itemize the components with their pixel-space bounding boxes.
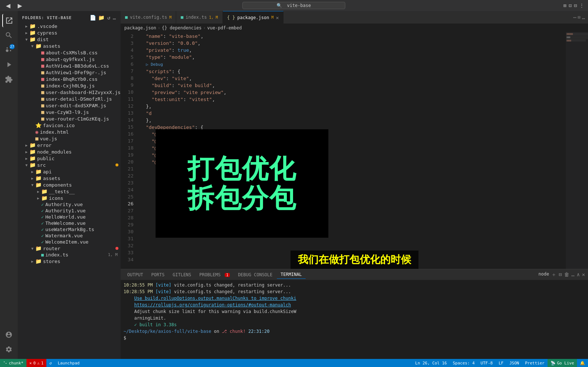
tree-item-index-css[interactable]: ▶ ■ index-BhqRcYb0.css bbox=[18, 76, 121, 82]
tree-item-router-index[interactable]: ▶ ■ index.ts 1, M bbox=[18, 252, 121, 258]
tree-label: HelloWorld.vue bbox=[45, 214, 121, 220]
tree-item-vscode[interactable]: ▶ 📁 .vscode bbox=[18, 23, 121, 29]
explorer-icon[interactable] bbox=[2, 14, 15, 27]
search-box[interactable]: 🔍 vite-base bbox=[242, 2, 345, 9]
collapse-icon[interactable]: … bbox=[113, 15, 116, 21]
chevron-up-icon[interactable]: ∧ bbox=[577, 271, 580, 278]
tree-item-vue[interactable]: ▶ ■ vue-CzyW3-l9.js bbox=[18, 109, 121, 115]
tree-item-udash[interactable]: ▶ ■ user-dashboard-HIZvyxxX.js bbox=[18, 89, 121, 96]
breadcrumb-item-key[interactable]: vue-pdf-embed bbox=[207, 25, 242, 30]
panel-tab-problems[interactable]: PROBLEMS 1 bbox=[196, 271, 234, 279]
tree-item-icons[interactable]: ▶ 📁 icons bbox=[18, 195, 121, 201]
tab-overflow-icon[interactable]: ⋯ bbox=[573, 14, 576, 20]
close-panel-icon[interactable]: ✕ bbox=[582, 271, 585, 278]
tree-item-indexhtml[interactable]: ▶ ◉ index.html bbox=[18, 129, 121, 135]
source-control-icon[interactable]: 27 bbox=[2, 43, 15, 57]
tab-package-json[interactable]: { } package.json M ✕ bbox=[223, 11, 284, 24]
tree-label: vue-CzyW3-l9.js bbox=[46, 109, 121, 115]
tree-label: icons bbox=[49, 195, 121, 201]
tree-item-router[interactable]: ▼ 📁 router bbox=[18, 245, 121, 252]
panel-tab-output[interactable]: OUTPUT bbox=[124, 271, 147, 279]
tree-item-authority-vue[interactable]: ▶ ✓ Authority.vue bbox=[18, 201, 121, 208]
extensions-icon[interactable] bbox=[2, 73, 15, 86]
tree-item-tests[interactable]: ▶ 📁 __tests__ bbox=[18, 188, 121, 195]
tree-item-cypress[interactable]: ▶ 📁 cypress bbox=[18, 29, 121, 36]
prettier-status[interactable]: Prettier bbox=[522, 359, 548, 367]
back-button[interactable]: ◀ bbox=[4, 1, 13, 10]
tab-index-ts[interactable]: ■ index.ts 1, M bbox=[176, 11, 222, 24]
tree-item-auth1js[interactable]: ▶ ■ AuthView1-DFef9gr-.js bbox=[18, 69, 121, 76]
tree-item-favicon[interactable]: ▶ ⭐ favicon.ico bbox=[18, 122, 121, 129]
tree-item-udetail[interactable]: ▶ ■ user-detail-DSmofzRl.js bbox=[18, 96, 121, 102]
tree-item-vue-router[interactable]: ▶ ■ vue-router-C1mGzKEq.js bbox=[18, 115, 121, 122]
panel-tab-debug-console[interactable]: DEBUG CONSOLE bbox=[234, 271, 276, 279]
tree-item-vuejs[interactable]: ▶ ■ vue.js bbox=[18, 135, 121, 142]
forward-button[interactable]: ▶ bbox=[15, 1, 24, 10]
tree-item-auth1css[interactable]: ▶ ■ AuthView1-BB3du6vL.css bbox=[18, 62, 121, 69]
refresh-icon[interactable]: ↺ bbox=[107, 15, 110, 21]
position-status[interactable]: Ln 26, Col 16 bbox=[412, 359, 450, 367]
tree-item-src[interactable]: ▼ 📁 src bbox=[18, 162, 121, 168]
golive-status[interactable]: 📡 Go Live bbox=[548, 359, 577, 367]
layout-icon[interactable]: ⊞ bbox=[563, 3, 566, 8]
split-icon[interactable]: ⊡ bbox=[569, 3, 571, 8]
close-tab-icon[interactable]: ✕ bbox=[276, 15, 279, 21]
tree-item-welcomeitem[interactable]: ▶ ✓ WelcomeItem.vue bbox=[18, 239, 121, 245]
sync-status[interactable]: ↺ bbox=[46, 359, 55, 367]
tree-item-stores[interactable]: ▶ 📁 stores bbox=[18, 258, 121, 265]
tree-item-public[interactable]: ▶ 📁 public bbox=[18, 155, 121, 162]
tree-item-index-js[interactable]: ▶ ■ index-Cxjh0L9g.js bbox=[18, 82, 121, 89]
add-terminal-icon[interactable]: ＋ bbox=[551, 271, 556, 278]
more-icon[interactable]: … bbox=[582, 14, 585, 20]
settings-icon[interactable] bbox=[2, 343, 15, 356]
breadcrumb-item-section[interactable]: {} dependencies bbox=[162, 25, 202, 30]
panel-tab-ports[interactable]: PORTS bbox=[147, 271, 168, 279]
folder-icon: 📁 bbox=[29, 142, 36, 148]
code-editor[interactable]: 2 3 4 5 6 7 8 9 10 11 12 13 14 15 16 17 bbox=[121, 32, 588, 269]
tree-item-css1[interactable]: ▶ ■ about-CsXMslsB.css bbox=[18, 49, 121, 56]
tree-item-thewelcome[interactable]: ▶ ✓ TheWelcome.vue bbox=[18, 220, 121, 226]
split-terminal-icon[interactable]: ⊟ bbox=[559, 271, 562, 278]
tree-item-watermark-ts[interactable]: ▶ ✓ useWaterMarkBg.ts bbox=[18, 226, 121, 233]
errors-status[interactable]: ✕ 0 ⚠ 1 bbox=[26, 359, 47, 367]
branch-status[interactable]: chunk* bbox=[0, 359, 26, 367]
tree-item-node-modules[interactable]: ▶ 📁 node_modules bbox=[18, 148, 121, 155]
accounts-icon[interactable] bbox=[2, 328, 15, 341]
breadcrumb-item-file[interactable]: package.json bbox=[124, 25, 156, 30]
tab-label: vite.config.ts bbox=[130, 15, 167, 20]
language-status[interactable]: JSON bbox=[506, 359, 522, 367]
tree-label: node_modules bbox=[37, 149, 121, 155]
launchpad-status[interactable]: Launchpad bbox=[55, 359, 83, 367]
new-folder-icon[interactable]: 📁 bbox=[98, 15, 105, 21]
run-debug-icon[interactable] bbox=[2, 58, 15, 71]
tree-item-dist[interactable]: ▼ 📁 dist bbox=[18, 36, 121, 43]
more-icon[interactable]: ⋮ bbox=[579, 3, 584, 8]
minimize-icon[interactable]: ⊟ bbox=[574, 3, 577, 8]
eol-status[interactable]: LF bbox=[496, 359, 506, 367]
tab-vite-config[interactable]: ■ vite.config.ts M bbox=[121, 11, 176, 24]
tree-item-assets[interactable]: ▼ 📁 assets bbox=[18, 43, 121, 49]
tree-label: user-edit-dxdSXPAM.js bbox=[46, 103, 121, 108]
sidebar: FOLDERS: VITE-BASE 📄 📁 ↺ … ▶ 📁 .vscode ▶… bbox=[18, 11, 121, 359]
notification-status[interactable]: 🔔 bbox=[577, 359, 588, 367]
more-panel-icon[interactable]: … bbox=[571, 271, 574, 278]
tree-item-uedit[interactable]: ▶ ■ user-edit-dxdSXPAM.js bbox=[18, 102, 121, 109]
tree-item-js1[interactable]: ▶ ■ about-qy9fkvxl.js bbox=[18, 56, 121, 62]
tree-item-api[interactable]: ▶ 📁 api bbox=[18, 168, 121, 175]
spaces-status[interactable]: Spaces: 4 bbox=[450, 359, 478, 367]
tree-label: AuthView1-DFef9gr-.js bbox=[46, 70, 121, 75]
tree-item-components[interactable]: ▼ 📁 components bbox=[18, 181, 121, 188]
tree-item-helloworld[interactable]: ▶ ✓ HelloWorld.vue bbox=[18, 214, 121, 220]
trash-icon[interactable]: 🗑 bbox=[564, 271, 569, 278]
terminal-area[interactable]: 10:28:55 PM [vite] vite.config.ts change… bbox=[121, 280, 588, 359]
tree-item-authority1-vue[interactable]: ▶ ✓ Authority1.vue bbox=[18, 208, 121, 214]
split-editor-icon[interactable]: ⊟ bbox=[578, 15, 580, 20]
panel-tab-gitlens[interactable]: GITLENS bbox=[169, 271, 195, 279]
new-file-icon[interactable]: 📄 bbox=[90, 15, 96, 21]
encoding-status[interactable]: UTF-8 bbox=[478, 359, 496, 367]
panel-tab-terminal[interactable]: TERMINAL bbox=[277, 270, 306, 279]
tree-item-error[interactable]: ▶ 📁 error bbox=[18, 142, 121, 148]
search-icon[interactable] bbox=[2, 29, 15, 42]
tree-item-watermark-vue[interactable]: ▶ ✓ Watermark.vue bbox=[18, 233, 121, 239]
tree-item-src-assets[interactable]: ▶ 📁 assets bbox=[18, 175, 121, 181]
